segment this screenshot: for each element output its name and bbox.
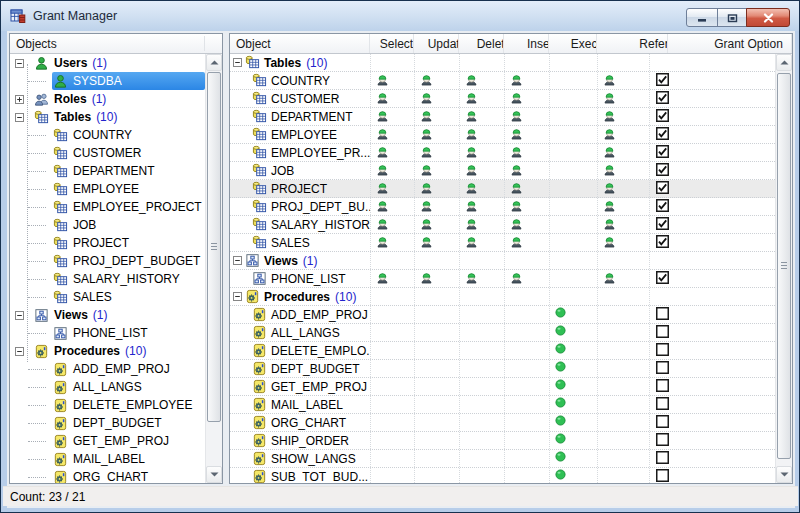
scroll-thumb[interactable] bbox=[207, 72, 221, 422]
tree-item-phone-list[interactable]: PHONE_LIST bbox=[10, 324, 205, 342]
cell-delete-sub-tot-bud[interactable] bbox=[459, 468, 504, 483]
object-cell[interactable]: SALES bbox=[230, 234, 370, 251]
object-cell[interactable]: SUB_TOT_BUD... bbox=[230, 468, 370, 483]
cell-insert-all-langs[interactable] bbox=[504, 324, 549, 341]
cell-select-sales[interactable] bbox=[370, 234, 414, 251]
cell-grant-option-add-emp-proj[interactable] bbox=[649, 306, 775, 323]
tree-item-dept-budget[interactable]: DEPT_BUDGET bbox=[10, 414, 205, 432]
grants-grid-scrollbar[interactable] bbox=[775, 54, 792, 483]
cell-insert-add-emp-proj[interactable] bbox=[504, 306, 549, 323]
grid-row-tables[interactable]: Tables(10) bbox=[230, 54, 775, 72]
tree-item-country[interactable]: COUNTRY bbox=[10, 126, 205, 144]
object-cell[interactable]: PROJ_DEPT_BU... bbox=[230, 198, 370, 215]
cell-update-get-emp-proj[interactable] bbox=[414, 378, 459, 395]
grid-row-add-emp-proj[interactable]: ADD_EMP_PROJ bbox=[230, 306, 775, 324]
grid-row-proj-dept-bu[interactable]: PROJ_DEPT_BU... bbox=[230, 198, 775, 216]
tree-item-add-emp-proj[interactable]: ADD_EMP_PROJ bbox=[10, 360, 205, 378]
object-cell[interactable]: PROJECT bbox=[230, 180, 370, 197]
column-header-grant-option[interactable]: Grant Option bbox=[668, 34, 792, 53]
cell-insert-employee[interactable] bbox=[504, 126, 549, 143]
cell-select-sub-tot-bud[interactable] bbox=[370, 468, 414, 483]
tree-item-department[interactable]: DEPARTMENT bbox=[10, 162, 205, 180]
cell-update-dept-budget[interactable] bbox=[414, 360, 459, 377]
cell-select-job[interactable] bbox=[370, 162, 414, 179]
cell-update-country[interactable] bbox=[414, 72, 459, 89]
grid-row-employee-pr[interactable]: EMPLOYEE_PR... bbox=[230, 144, 775, 162]
grid-row-procedures[interactable]: Procedures(10) bbox=[230, 288, 775, 306]
cell-insert-phone-list[interactable] bbox=[504, 270, 549, 287]
checkbox-unchecked-icon[interactable] bbox=[656, 469, 671, 483]
cell-reference-proj-dept-bu[interactable] bbox=[597, 198, 649, 215]
cell-update-employee[interactable] bbox=[414, 126, 459, 143]
cell-select-dept-budget[interactable] bbox=[370, 360, 414, 377]
object-cell[interactable]: SHOW_LANGS bbox=[230, 450, 370, 467]
cell-update-proj-dept-bu[interactable] bbox=[414, 198, 459, 215]
cell-insert-ship-order[interactable] bbox=[504, 432, 549, 449]
cell-reference-get-emp-proj[interactable] bbox=[597, 378, 649, 395]
cell-reference-country[interactable] bbox=[597, 72, 649, 89]
cell-insert-get-emp-proj[interactable] bbox=[504, 378, 549, 395]
checkbox-checked-icon[interactable] bbox=[656, 91, 671, 106]
cell-execute-show-langs[interactable] bbox=[549, 450, 597, 467]
tree-item-tables[interactable]: Tables(10) bbox=[10, 108, 205, 126]
cell-select-customer[interactable] bbox=[370, 90, 414, 107]
checkbox-unchecked-icon[interactable] bbox=[656, 415, 671, 430]
cell-delete-employee-pr[interactable] bbox=[459, 144, 504, 161]
object-cell[interactable]: DEPT_BUDGET bbox=[230, 360, 370, 377]
cell-grant-option-salary-history[interactable] bbox=[649, 216, 775, 233]
cell-execute-proj-dept-bu[interactable] bbox=[549, 198, 597, 215]
cell-select-get-emp-proj[interactable] bbox=[370, 378, 414, 395]
cell-grant-option-delete-emplo[interactable] bbox=[649, 342, 775, 359]
column-header-object[interactable]: Object bbox=[230, 34, 370, 53]
cell-update-phone-list[interactable] bbox=[414, 270, 459, 287]
cell-delete-employee[interactable] bbox=[459, 126, 504, 143]
cell-grant-option-org-chart[interactable] bbox=[649, 414, 775, 431]
cell-update-ship-order[interactable] bbox=[414, 432, 459, 449]
cell-update-department[interactable] bbox=[414, 108, 459, 125]
cell-reference-dept-budget[interactable] bbox=[597, 360, 649, 377]
cell-reference-add-emp-proj[interactable] bbox=[597, 306, 649, 323]
cell-delete-phone-list[interactable] bbox=[459, 270, 504, 287]
grid-row-all-langs[interactable]: ALL_LANGS bbox=[230, 324, 775, 342]
cell-delete-ship-order[interactable] bbox=[459, 432, 504, 449]
cell-delete-sales[interactable] bbox=[459, 234, 504, 251]
object-cell[interactable]: Views(1) bbox=[230, 252, 370, 269]
checkbox-checked-icon[interactable] bbox=[656, 181, 671, 196]
cell-update-job[interactable] bbox=[414, 162, 459, 179]
cell-execute-employee[interactable] bbox=[549, 126, 597, 143]
minus-box-icon[interactable] bbox=[233, 256, 242, 265]
cell-delete-add-emp-proj[interactable] bbox=[459, 306, 504, 323]
checkbox-unchecked-icon[interactable] bbox=[656, 325, 671, 340]
cell-insert-customer[interactable] bbox=[504, 90, 549, 107]
cell-execute-department[interactable] bbox=[549, 108, 597, 125]
cell-delete-country[interactable] bbox=[459, 72, 504, 89]
cell-delete-proj-dept-bu[interactable] bbox=[459, 198, 504, 215]
tree-item-procedures[interactable]: Procedures(10) bbox=[10, 342, 205, 360]
cell-insert-delete-emplo[interactable] bbox=[504, 342, 549, 359]
object-cell[interactable]: DEPARTMENT bbox=[230, 108, 370, 125]
scroll-up-button[interactable] bbox=[776, 54, 792, 71]
tree-item-mail-label[interactable]: MAIL_LABEL bbox=[10, 450, 205, 468]
cell-update-mail-label[interactable] bbox=[414, 396, 459, 413]
cell-execute-employee-pr[interactable] bbox=[549, 144, 597, 161]
cell-update-sales[interactable] bbox=[414, 234, 459, 251]
tree-item-sysdba[interactable]: SYSDBA bbox=[10, 72, 205, 90]
cell-grant-option-mail-label[interactable] bbox=[649, 396, 775, 413]
object-cell[interactable]: SHIP_ORDER bbox=[230, 432, 370, 449]
grid-row-country[interactable]: COUNTRY bbox=[230, 72, 775, 90]
checkbox-unchecked-icon[interactable] bbox=[656, 343, 671, 358]
minus-box-icon[interactable] bbox=[15, 347, 24, 356]
tree-item-proj-dept-budget[interactable]: PROJ_DEPT_BUDGET bbox=[10, 252, 205, 270]
cell-execute-sub-tot-bud[interactable] bbox=[549, 468, 597, 483]
cell-delete-show-langs[interactable] bbox=[459, 450, 504, 467]
checkbox-checked-icon[interactable] bbox=[656, 235, 671, 250]
cell-update-delete-emplo[interactable] bbox=[414, 342, 459, 359]
cell-select-proj-dept-bu[interactable] bbox=[370, 198, 414, 215]
grid-row-get-emp-proj[interactable]: GET_EMP_PROJ bbox=[230, 378, 775, 396]
minus-box-icon[interactable] bbox=[15, 113, 24, 122]
cell-execute-salary-history[interactable] bbox=[549, 216, 597, 233]
cell-reference-employee-pr[interactable] bbox=[597, 144, 649, 161]
cell-delete-get-emp-proj[interactable] bbox=[459, 378, 504, 395]
grid-row-job[interactable]: JOB bbox=[230, 162, 775, 180]
cell-grant-option-department[interactable] bbox=[649, 108, 775, 125]
